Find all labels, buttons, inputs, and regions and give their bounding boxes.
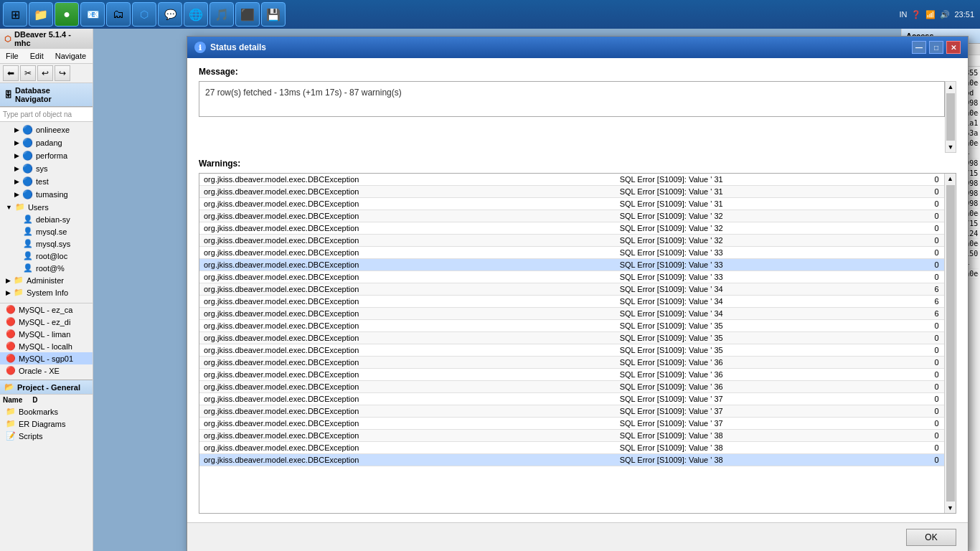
sidebar-item-mysqlse[interactable]: 👤 mysql.se	[0, 225, 93, 237]
exception-cell: org.jkiss.dbeaver.model.exec.DBCExceptio…	[199, 235, 616, 247]
menu-navigate[interactable]: Navigate	[52, 50, 89, 62]
sidebar-item-mysqlsys[interactable]: 👤 mysql.sys	[0, 237, 93, 250]
project-name-col: Name D	[0, 395, 93, 405]
sidebar-item-rootloc[interactable]: 👤 root@loc	[0, 250, 93, 262]
media-button[interactable]: 🎵	[209, 2, 234, 27]
sidebar-item-tumasing[interactable]: ▶ 🔵 tumasing	[0, 188, 93, 201]
status-details-modal: ℹ Status details — □ ✕ Message: 27 row(s…	[187, 36, 969, 551]
sidebar-item-performa[interactable]: ▶ 🔵 performa	[0, 149, 93, 162]
table-row: org.jkiss.dbeaver.model.exec.DBCExceptio…	[199, 369, 956, 381]
error-cell: SQL Error [S1009]: Value ' 38	[616, 454, 918, 466]
modal-titlebar: ℹ Status details — □ ✕	[187, 37, 968, 58]
exception-cell: org.jkiss.dbeaver.model.exec.DBCExceptio…	[199, 430, 616, 442]
menu-file[interactable]: File	[3, 50, 22, 62]
sidebar-item-erdiagrams[interactable]: 📁 ER Diagrams	[0, 418, 93, 430]
vm-button[interactable]: 💾	[261, 2, 286, 27]
modal-icon: ℹ	[194, 42, 206, 53]
error-cell: SQL Error [S1009]: Value ' 35	[616, 320, 918, 332]
sidebar-search[interactable]: Type part of object na	[0, 107, 93, 122]
sidebar-item-mysql-liman[interactable]: 🔴 MySQL - liman	[0, 328, 93, 340]
table-row: org.jkiss.dbeaver.model.exec.DBCExceptio…	[199, 332, 956, 344]
files-button[interactable]: 🗂	[106, 2, 131, 27]
table-row: org.jkiss.dbeaver.model.exec.DBCExceptio…	[199, 381, 956, 393]
help-icon[interactable]: ❓	[911, 10, 921, 19]
sidebar-item-mysql-ez-di[interactable]: 🔴 MySQL - ez_di	[0, 316, 93, 328]
sidebar-item-test[interactable]: ▶ 🔵 test	[0, 175, 93, 188]
user-icon: 👤	[23, 251, 33, 260]
sidebar-item-debian[interactable]: 👤 debian-sy	[0, 213, 93, 225]
chrome-button[interactable]: ●	[55, 2, 79, 27]
sidebar-item-mysql-ez-ca[interactable]: 🔴 MySQL - ez_ca	[0, 303, 93, 316]
maximize-button[interactable]: □	[929, 41, 943, 54]
sidebar-item-onlineexe[interactable]: ▶ 🔵 onlineexe	[0, 123, 93, 136]
db-icon: 🔵	[22, 138, 33, 148]
tool-btn-2[interactable]: ✂	[20, 65, 36, 81]
sidebar-item-sysinfo[interactable]: ▶ 📁 System Info	[0, 286, 93, 298]
exception-cell: org.jkiss.dbeaver.model.exec.DBCExceptio…	[199, 418, 616, 430]
item-label: Bookmarks	[19, 408, 58, 416]
table-scroll-down[interactable]: ▼	[946, 503, 955, 513]
exception-cell: org.jkiss.dbeaver.model.exec.DBCExceptio…	[199, 405, 616, 418]
start-button[interactable]: ⊞	[3, 2, 27, 27]
sidebar-item-mysql-sgp01[interactable]: 🔴 MySQL - sgp01	[0, 352, 93, 364]
expand-icon: ▶	[6, 289, 11, 296]
ok-button[interactable]: OK	[906, 529, 956, 546]
db-icon: 🔵	[22, 151, 33, 161]
sidebar-item-mysql-localh[interactable]: 🔴 MySQL - localh	[0, 340, 93, 352]
table-row: org.jkiss.dbeaver.model.exec.DBCExceptio…	[199, 320, 956, 332]
project-title: Project - General	[17, 383, 80, 392]
vscode-button[interactable]: ⬡	[132, 2, 156, 27]
mysql-icon: 🔴	[6, 342, 16, 351]
table-row: org.jkiss.dbeaver.model.exec.DBCExceptio…	[199, 393, 956, 405]
expand-icon: ▶	[6, 277, 11, 284]
sidebar-item-oracle-xe[interactable]: 🔴 Oracle - XE	[0, 364, 93, 377]
sidebar-item-users[interactable]: ▼ 📁 Users	[0, 201, 93, 213]
item-label: test	[36, 177, 49, 186]
table-row: org.jkiss.dbeaver.model.exec.DBCExceptio…	[199, 283, 956, 296]
exception-cell: org.jkiss.dbeaver.model.exec.DBCExceptio…	[199, 174, 616, 186]
warnings-table-wrapper[interactable]: org.jkiss.dbeaver.model.exec.DBCExceptio…	[199, 174, 956, 513]
sidebar-item-sys[interactable]: ▶ 🔵 sys	[0, 162, 93, 175]
tool-btn-4[interactable]: ↪	[55, 65, 70, 81]
sidebar-item-scripts[interactable]: 📝 Scripts	[0, 430, 93, 442]
project-section: 📂 Project - General	[0, 380, 93, 395]
exception-cell: org.jkiss.dbeaver.model.exec.DBCExceptio…	[199, 320, 616, 332]
table-row: org.jkiss.dbeaver.model.exec.DBCExceptio…	[199, 259, 956, 271]
sidebar-item-rootpct[interactable]: 👤 root@%	[0, 262, 93, 274]
db-icon: 🔵	[22, 189, 33, 199]
table-row: org.jkiss.dbeaver.model.exec.DBCExceptio…	[199, 210, 956, 222]
scrollbar-up[interactable]: ▲	[946, 82, 956, 92]
db-icon: 🔵	[22, 176, 33, 187]
mysql-icon: 🔴	[6, 317, 16, 326]
chat-button[interactable]: 💬	[158, 2, 182, 27]
table-row: org.jkiss.dbeaver.model.exec.DBCExceptio…	[199, 271, 956, 283]
exception-cell: org.jkiss.dbeaver.model.exec.DBCExceptio…	[199, 442, 616, 454]
menu-edit[interactable]: Edit	[27, 50, 47, 62]
tool-btn-3[interactable]: ↩	[37, 65, 53, 81]
exception-cell: org.jkiss.dbeaver.model.exec.DBCExceptio…	[199, 271, 616, 283]
exception-cell: org.jkiss.dbeaver.model.exec.DBCExceptio…	[199, 357, 616, 369]
oracle-icon: 🔴	[6, 366, 16, 375]
sidebar-item-padang[interactable]: ▶ 🔵 padang	[0, 136, 93, 149]
sidebar-item-administer[interactable]: ▶ 📁 Administer	[0, 274, 93, 286]
toolbar: ⬅ ✂ ↩ ↪	[0, 64, 93, 83]
sidebar-item-bookmarks[interactable]: 📁 Bookmarks	[0, 405, 93, 418]
db-icon: 🔵	[22, 125, 33, 135]
mysql-icon: 🔴	[6, 329, 16, 339]
minimize-button[interactable]: —	[912, 41, 926, 54]
tool-btn-1[interactable]: ⬅	[3, 65, 19, 81]
browser2-button[interactable]: 🌐	[184, 2, 208, 27]
clock: 23:51	[954, 10, 974, 19]
item-label: root@%	[36, 264, 65, 273]
close-button[interactable]: ✕	[946, 41, 961, 54]
scrollbar-down[interactable]: ▼	[946, 142, 956, 152]
user-icon: 👤	[23, 239, 33, 248]
error-cell: SQL Error [S1009]: Value ' 35	[616, 332, 918, 344]
folder-icon: 📁	[6, 419, 16, 428]
terminal-button[interactable]: ⬛	[235, 2, 260, 27]
table-row: org.jkiss.dbeaver.model.exec.DBCExceptio…	[199, 418, 956, 430]
table-scroll-up[interactable]: ▲	[946, 174, 955, 184]
taskbar-right: IN ❓ 📶 🔊 23:51	[899, 10, 977, 19]
thunderbird-button[interactable]: 📧	[80, 2, 105, 27]
explorer-button[interactable]: 📁	[29, 2, 53, 27]
